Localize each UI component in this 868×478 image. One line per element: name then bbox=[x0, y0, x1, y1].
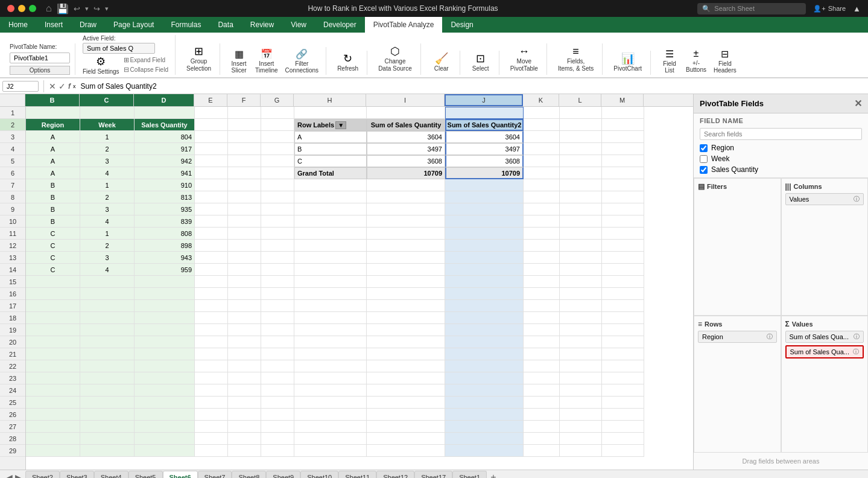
cell-i1[interactable] bbox=[367, 107, 445, 119]
field-checkbox-region[interactable]: Region bbox=[700, 144, 862, 152]
cell-h7[interactable] bbox=[294, 179, 367, 191]
cell-m3[interactable] bbox=[602, 131, 644, 143]
cell-e14[interactable] bbox=[195, 264, 228, 276]
cell-empty[interactable] bbox=[445, 397, 524, 409]
cell-empty[interactable] bbox=[195, 384, 228, 397]
cell-empty[interactable] bbox=[135, 324, 195, 336]
cell-j5[interactable]: 3608 bbox=[445, 155, 524, 167]
cell-d13[interactable]: 943 bbox=[135, 252, 195, 264]
cell-empty[interactable] bbox=[26, 324, 80, 336]
cell-i11[interactable] bbox=[367, 228, 445, 240]
cell-empty[interactable] bbox=[135, 421, 195, 433]
cell-e9[interactable] bbox=[195, 203, 228, 215]
cell-i10[interactable] bbox=[367, 215, 445, 228]
change-data-source-btn[interactable]: ⬡ ChangeData Source bbox=[375, 43, 416, 75]
cell-m11[interactable] bbox=[602, 228, 644, 240]
cell-b12[interactable]: C bbox=[26, 240, 80, 252]
cell-b13[interactable]: C bbox=[26, 252, 80, 264]
sheet-tab-sheet6[interactable]: Sheet6 bbox=[163, 471, 198, 479]
cell-e3[interactable] bbox=[195, 131, 228, 143]
cell-i9[interactable] bbox=[367, 203, 445, 215]
cell-k1[interactable] bbox=[524, 107, 560, 119]
cell-g14[interactable] bbox=[261, 264, 294, 276]
cell-empty[interactable] bbox=[367, 276, 445, 288]
cell-d7[interactable]: 910 bbox=[135, 179, 195, 191]
cell-j12[interactable] bbox=[445, 240, 524, 252]
cell-empty[interactable] bbox=[228, 445, 261, 457]
cell-b2[interactable]: Region bbox=[26, 119, 80, 131]
insert-function-icon[interactable]: f bbox=[68, 82, 71, 91]
cell-empty[interactable] bbox=[80, 409, 135, 421]
cell-empty[interactable] bbox=[445, 409, 524, 421]
cell-h1[interactable] bbox=[294, 107, 367, 119]
row-header-23[interactable]: 23 bbox=[0, 372, 25, 384]
cell-empty[interactable] bbox=[524, 324, 560, 336]
pivot-name-input[interactable] bbox=[10, 53, 70, 63]
cell-empty[interactable] bbox=[602, 360, 644, 372]
cell-f8[interactable] bbox=[228, 191, 261, 203]
cell-empty[interactable] bbox=[228, 360, 261, 372]
cell-j13[interactable] bbox=[445, 252, 524, 264]
cell-empty[interactable] bbox=[560, 300, 602, 312]
row-header-25[interactable]: 25 bbox=[0, 397, 25, 409]
cell-g9[interactable] bbox=[261, 203, 294, 215]
cell-empty[interactable] bbox=[135, 288, 195, 300]
cell-k8[interactable] bbox=[524, 191, 560, 203]
tab-review[interactable]: Review bbox=[242, 17, 282, 33]
tab-developer[interactable]: Developer bbox=[315, 17, 365, 33]
cell-empty[interactable] bbox=[524, 276, 560, 288]
col-header-d[interactable]: D bbox=[134, 94, 194, 106]
cell-l10[interactable] bbox=[560, 215, 602, 228]
share-button[interactable]: 👤+ Share bbox=[813, 5, 846, 13]
cell-empty[interactable] bbox=[26, 445, 80, 457]
collapse-field-btn[interactable]: ⊟ Collapse Field bbox=[122, 65, 170, 74]
cell-empty[interactable] bbox=[445, 360, 524, 372]
expand-field-btn[interactable]: ⊞ Expand Field bbox=[122, 56, 170, 65]
cell-i8[interactable] bbox=[367, 191, 445, 203]
row-header-28[interactable]: 28 bbox=[0, 433, 25, 445]
cell-f13[interactable] bbox=[228, 252, 261, 264]
cell-empty[interactable] bbox=[26, 300, 80, 312]
cell-empty[interactable] bbox=[135, 445, 195, 457]
rows-region-info-icon[interactable]: ⓘ bbox=[767, 333, 773, 341]
cell-empty[interactable] bbox=[195, 348, 228, 360]
cell-empty[interactable] bbox=[524, 372, 560, 384]
cell-d8[interactable]: 813 bbox=[135, 191, 195, 203]
tab-home[interactable]: Home bbox=[0, 17, 36, 33]
cell-empty[interactable] bbox=[367, 421, 445, 433]
cell-e5[interactable] bbox=[195, 155, 228, 167]
cell-empty[interactable] bbox=[602, 276, 644, 288]
cell-c10[interactable]: 4 bbox=[80, 215, 135, 228]
cell-empty[interactable] bbox=[294, 288, 367, 300]
cell-empty[interactable] bbox=[560, 384, 602, 397]
cell-empty[interactable] bbox=[367, 384, 445, 397]
cell-empty[interactable] bbox=[80, 300, 135, 312]
cell-j8[interactable] bbox=[445, 191, 524, 203]
cell-c14[interactable]: 4 bbox=[80, 264, 135, 276]
cell-b4[interactable]: A bbox=[26, 143, 80, 155]
cell-g3[interactable] bbox=[261, 131, 294, 143]
cell-empty[interactable] bbox=[80, 336, 135, 348]
sheet-tab-sheet17[interactable]: Sheet17 bbox=[414, 471, 452, 479]
cell-j6[interactable]: 10709 bbox=[445, 167, 524, 179]
row-header-26[interactable]: 26 bbox=[0, 409, 25, 421]
cell-empty[interactable] bbox=[26, 336, 80, 348]
cell-f7[interactable] bbox=[228, 179, 261, 191]
cell-empty[interactable] bbox=[602, 421, 644, 433]
cell-d11[interactable]: 808 bbox=[135, 228, 195, 240]
cell-empty[interactable] bbox=[135, 397, 195, 409]
cell-empty[interactable] bbox=[228, 397, 261, 409]
cell-empty[interactable] bbox=[445, 336, 524, 348]
cell-empty[interactable] bbox=[195, 445, 228, 457]
col-header-c[interactable]: C bbox=[80, 94, 134, 106]
cell-empty[interactable] bbox=[524, 300, 560, 312]
cell-m9[interactable] bbox=[602, 203, 644, 215]
cell-d9[interactable]: 935 bbox=[135, 203, 195, 215]
cell-empty[interactable] bbox=[80, 312, 135, 324]
cell-l3[interactable] bbox=[560, 131, 602, 143]
cell-empty[interactable] bbox=[261, 372, 294, 384]
cell-h6[interactable]: Grand Total bbox=[294, 167, 367, 179]
values-item-1-info-icon[interactable]: ⓘ bbox=[854, 333, 860, 341]
row-header-5[interactable]: 5 bbox=[0, 155, 25, 167]
col-header-j[interactable]: J bbox=[445, 94, 523, 106]
